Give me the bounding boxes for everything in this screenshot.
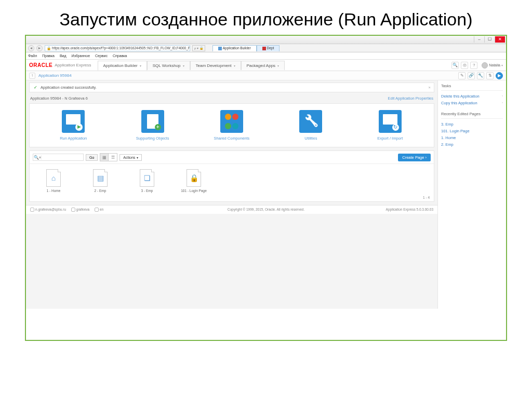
browser-address-bar: ◄ ► 🔒 https://apex.oracle.com/pls/apex/f… (26, 44, 506, 52)
recent-page-link[interactable]: 101. Login Page (441, 128, 503, 134)
tile-shared-components[interactable]: Shared Components (201, 110, 263, 141)
page-card-home[interactable]: ⌂ 1 - Home (38, 169, 69, 193)
menu-view[interactable]: Вид (60, 54, 66, 58)
url-search-dropdown[interactable]: ρ ▾ 🔒 (192, 45, 205, 51)
footer-workspace[interactable]: grafeeva (71, 208, 89, 211)
search-icon[interactable]: 🔍 (451, 62, 459, 69)
footer-lang[interactable]: en (95, 208, 103, 211)
menu-edit[interactable]: Правка (42, 54, 55, 58)
list-view-button[interactable]: ☰ (109, 154, 117, 161)
supporting-objects-icon (141, 110, 164, 133)
tab-label: Team Development (196, 63, 232, 68)
tile-supporting-objects[interactable]: Supporting Objects (122, 110, 184, 141)
window-minimize-button[interactable]: – (474, 36, 484, 43)
tab-app-builder[interactable]: Application Builder▾ (98, 61, 147, 71)
favicon-icon (218, 47, 222, 50)
recent-label: 3. Emp (441, 122, 454, 127)
browser-url-field[interactable]: 🔒 https://apex.oracle.com/pls/apex/f?p=4… (45, 45, 190, 51)
user-menu[interactable]: Natalia ▾ (482, 62, 503, 68)
tab-packaged-apps[interactable]: Packaged Apps▾ (241, 61, 285, 70)
side-panel: Tasks Delete this Application› Copy this… (437, 80, 506, 309)
browser-tab-label: Dept (267, 46, 274, 51)
main-column: ✓ Application created successfully. × Ap… (26, 80, 437, 309)
tab-sql-workshop[interactable]: SQL Workshop▾ (147, 61, 190, 70)
edit-app-props-link[interactable]: Edit Application Properties (388, 96, 433, 101)
page-label: 1 - Home (38, 189, 69, 193)
tiles-panel: Run Application Supporting Objects Share… (29, 103, 434, 147)
breadcrumb-bar: ↑ Application 95984 ✎ 🔗 🔧 ⇅ ▶ (26, 71, 506, 80)
edit-page-button[interactable]: ✎ (458, 72, 466, 79)
window-close-button[interactable]: ✕ (495, 36, 505, 43)
page-icon: ❏ (140, 169, 154, 187)
task-label: Copy this Application (441, 101, 477, 105)
browser-menu-bar: Файл Правка Вид Избранное Сервис Справка (26, 52, 506, 60)
run-page-button[interactable]: ▶ (496, 72, 503, 79)
page-card-login[interactable]: 🔒 101 - Login Page (178, 169, 209, 193)
task-copy-app[interactable]: Copy this Application› (441, 100, 503, 106)
export-button[interactable]: ⇅ (486, 72, 494, 79)
page-card-emp3[interactable]: ❏ 3 - Emp (131, 169, 163, 193)
user-icon (30, 208, 34, 212)
go-button[interactable]: Go (86, 154, 98, 161)
window-maximize-button[interactable]: ☐ (484, 36, 495, 43)
breadcrumb-text[interactable]: Application 95984 (38, 73, 72, 78)
tile-export-import[interactable]: Export / Import (359, 110, 421, 141)
spotlight-icon[interactable]: ◎ (461, 62, 468, 69)
browser-back-button[interactable]: ◄ (28, 45, 34, 51)
tile-label: Utilities (280, 136, 342, 141)
recent-page-link[interactable]: 2. Emp (441, 141, 503, 148)
actions-menu[interactable]: Actions▾ (119, 154, 142, 161)
apex-navbar: ORACLE Application Express Application B… (26, 60, 506, 71)
menu-help[interactable]: Справка (113, 54, 127, 58)
browser-tab[interactable]: Dept (257, 45, 280, 51)
tile-utilities[interactable]: Utilities (280, 110, 342, 141)
browser-forward-button[interactable]: ► (36, 45, 43, 51)
tile-run-application[interactable]: Run Application (42, 110, 104, 141)
menu-file[interactable]: Файл (28, 54, 37, 58)
task-delete-app[interactable]: Delete this Application› (441, 93, 503, 100)
browser-tab-label: Application Builder (223, 46, 251, 51)
footer-left: n.grafeeva@spbu.ru grafeeva en (30, 208, 108, 212)
tab-team-dev[interactable]: Team Development▾ (190, 61, 241, 70)
recent-label: 2. Emp (441, 142, 454, 147)
page-card-emp2[interactable]: ▤ 2 - Emp (85, 169, 116, 193)
create-page-button[interactable]: Create Page › (398, 154, 431, 161)
pages-panel: 🔍▾ Go ▦ ☰ Actions▾ Create Page › ⌂ 1 - H… (29, 150, 434, 202)
tab-label: Application Builder (103, 63, 138, 68)
shared-comp-button[interactable]: 🔗 (468, 72, 475, 79)
browser-tabs: Application Builder Dept (212, 45, 280, 51)
tab-label: SQL Workshop (153, 63, 181, 68)
tile-label: Shared Components (201, 136, 263, 141)
recent-page-link[interactable]: 3. Emp (441, 121, 503, 128)
menu-favorites[interactable]: Избранное (72, 54, 90, 58)
page-icon: ▤ (93, 169, 108, 187)
actions-label: Actions (123, 156, 135, 159)
footer-email[interactable]: n.grafeeva@spbu.ru (30, 208, 66, 211)
close-alert-button[interactable]: × (429, 85, 431, 90)
utilities-button[interactable]: 🔧 (477, 72, 484, 79)
avatar-icon (482, 62, 488, 68)
slide-title: Запустим созданное приложение (Run Appli… (0, 0, 532, 35)
export-import-icon (379, 110, 402, 133)
apex-footer: n.grafeeva@spbu.ru grafeeva en Copyright… (26, 205, 437, 214)
check-icon: ✓ (34, 85, 37, 90)
browser-tab[interactable]: Application Builder (212, 45, 257, 51)
page-label: 2 - Emp (85, 189, 116, 193)
success-text: Application created successfully. (41, 85, 97, 90)
page-search-input[interactable] (42, 154, 83, 160)
recent-page-link[interactable]: 1. Home (441, 134, 503, 141)
task-label: Delete this Application (441, 94, 480, 99)
breadcrumb-up-button[interactable]: ↑ (29, 73, 35, 79)
window-titlebar: – ☐ ✕ (26, 36, 506, 44)
chevron-down-icon: ▾ (501, 63, 503, 67)
window-controls: – ☐ ✕ (474, 36, 505, 43)
recent-label: 101. Login Page (441, 129, 470, 133)
search-icon[interactable]: 🔍▾ (33, 155, 42, 160)
menu-tools[interactable]: Сервис (95, 54, 108, 58)
grid-view-button[interactable]: ▦ (100, 154, 109, 161)
help-icon[interactable]: ? (470, 62, 477, 69)
app-header-row: Application 95984 - N Grafeeva 6 Edit Ap… (29, 94, 434, 102)
chevron-down-icon: ▾ (140, 64, 141, 67)
url-text: https://apex.oracle.com/pls/apex/f?p=400… (52, 46, 190, 51)
footer-copyright: Copyright © 1999, 2015, Oracle. All righ… (228, 208, 305, 211)
